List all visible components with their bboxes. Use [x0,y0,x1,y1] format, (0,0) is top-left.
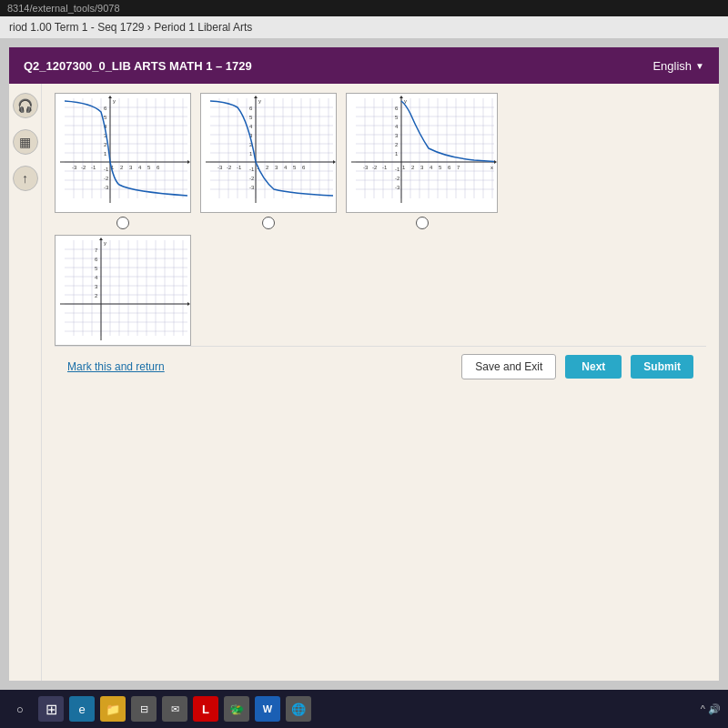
svg-text:-1: -1 [237,165,242,170]
graph-option-4: y 2 3 4 5 6 7 [55,235,191,346]
svg-text:2: 2 [395,142,399,147]
svg-text:3: 3 [420,165,424,170]
graph-svg-2: y -3 -2 -1 1 2 3 4 5 6 [201,94,336,212]
breadcrumb-text: riod 1.00 Term 1 - Seq 1729 › Period 1 L… [9,21,252,34]
svg-text:-3: -3 [104,185,109,190]
svg-text:2: 2 [120,165,124,170]
taskbar-icon-store[interactable]: ⊟ [131,696,157,722]
quiz-title: Q2_1207300_0_LIB ARTS MATH 1 – 1729 [24,59,252,73]
calculator-button[interactable]: ▦ [13,129,38,155]
svg-marker-26 [108,96,112,98]
svg-text:4: 4 [284,165,288,170]
taskbar-icon-files[interactable]: 📁 [100,696,126,722]
svg-text:7: 7 [95,248,98,253]
graph-2: y -3 -2 -1 1 2 3 4 5 6 [200,93,337,213]
start-button[interactable]: ○ [7,696,33,722]
svg-text:x: x [490,165,493,170]
svg-text:-2: -2 [104,176,109,181]
taskbar-icon-windows[interactable]: ⊞ [38,696,64,722]
graph-option-3: y x -3 -2 -1 1 2 3 4 5 [346,93,498,229]
next-button[interactable]: Next [565,355,622,379]
svg-text:-3: -3 [249,185,255,190]
taskbar-icon-word[interactable]: W [255,696,280,722]
svg-text:1: 1 [104,151,107,157]
svg-text:2: 2 [104,142,107,147]
svg-marker-25 [187,160,190,164]
svg-text:-2: -2 [249,176,255,181]
svg-text:7: 7 [457,165,460,170]
save-exit-button[interactable]: Save and Exit [461,354,556,379]
svg-text:3: 3 [129,165,133,170]
radio-option-1[interactable] [116,217,129,229]
graph-1: y -3 -2 -1 1 2 3 4 5 6 [55,93,191,213]
svg-text:5: 5 [439,165,442,170]
breadcrumb: riod 1.00 Term 1 - Seq 1729 › Period 1 L… [0,16,728,38]
headphone-button[interactable]: 🎧 [13,93,38,118]
svg-text:4: 4 [430,165,433,170]
taskbar-icon-chrome[interactable]: 🌐 [286,696,311,722]
system-tray-icons: ^ 🔊 [701,703,721,715]
svg-text:y: y [404,98,407,104]
language-selector[interactable]: English ▼ [652,59,704,73]
svg-text:6: 6 [157,165,160,170]
svg-text:5: 5 [249,115,253,120]
svg-text:5: 5 [293,165,297,170]
quiz-body: 🎧 ▦ ↑ [9,84,719,681]
svg-text:y: y [113,98,116,104]
svg-text:1: 1 [395,151,399,157]
svg-text:4: 4 [395,124,399,129]
main-content: Q2_1207300_0_LIB ARTS MATH 1 – 1729 Engl… [0,38,728,690]
mark-return-link[interactable]: Mark this and return [67,360,452,373]
quiz-header: Q2_1207300_0_LIB ARTS MATH 1 – 1729 Engl… [9,47,719,84]
url-bar: 8314/external_tools/9078 [0,0,728,16]
taskbar-icon-l[interactable]: L [193,696,218,722]
svg-text:3: 3 [395,133,399,138]
svg-text:5: 5 [147,165,151,170]
taskbar-system-tray: ^ 🔊 [701,703,721,715]
taskbar-icon-dragon[interactable]: 🐲 [224,696,249,722]
svg-text:-3: -3 [217,165,223,170]
tools-sidebar: 🎧 ▦ ↑ [9,84,42,681]
graphs-top-row: y -3 -2 -1 1 2 3 4 5 6 [55,93,706,229]
svg-text:5: 5 [395,115,399,120]
svg-marker-72 [254,96,258,98]
graph-4: y 2 3 4 5 6 7 [55,235,191,346]
svg-text:-2: -2 [372,165,378,170]
svg-text:6: 6 [448,165,451,170]
language-chevron: ▼ [695,61,704,71]
arrow-up-button[interactable]: ↑ [13,166,38,191]
svg-text:-3: -3 [395,185,400,190]
svg-text:y: y [104,240,106,246]
graph-3: y x -3 -2 -1 1 2 3 4 5 [346,93,498,213]
svg-text:2: 2 [266,165,269,170]
svg-text:-1: -1 [104,167,109,172]
taskbar-icon-mail[interactable]: ✉ [162,696,187,722]
svg-text:5: 5 [104,115,107,120]
action-bar: Mark this and return Save and Exit Next … [55,346,706,387]
svg-marker-167 [187,302,190,306]
svg-text:-2: -2 [227,165,232,170]
svg-text:6: 6 [249,106,253,111]
radio-option-2[interactable] [262,217,275,229]
language-label: English [652,59,692,73]
svg-marker-120 [399,96,403,98]
svg-text:-2: -2 [81,165,86,170]
taskbar: ○ ⊞ e 📁 ⊟ ✉ L 🐲 W 🌐 ^ 🔊 [0,690,728,728]
submit-button[interactable]: Submit [631,355,693,379]
svg-text:5: 5 [95,266,98,271]
graph-svg-1: y -3 -2 -1 1 2 3 4 5 6 [56,94,190,212]
svg-text:-2: -2 [395,176,400,181]
svg-text:4: 4 [249,124,253,129]
svg-text:-1: -1 [382,165,388,170]
svg-text:-3: -3 [363,165,369,170]
svg-text:2: 2 [95,293,98,298]
radio-option-3[interactable] [416,217,429,229]
svg-text:4: 4 [95,275,98,280]
svg-text:-1: -1 [395,167,400,172]
url-text: 8314/external_tools/9078 [7,3,120,14]
graph-svg-4: y 2 3 4 5 6 7 [56,236,190,345]
svg-text:1: 1 [402,165,406,170]
question-area: y -3 -2 -1 1 2 3 4 5 6 [42,84,719,681]
graph-option-2: y -3 -2 -1 1 2 3 4 5 6 [200,93,337,229]
taskbar-icon-edge[interactable]: e [69,696,95,722]
